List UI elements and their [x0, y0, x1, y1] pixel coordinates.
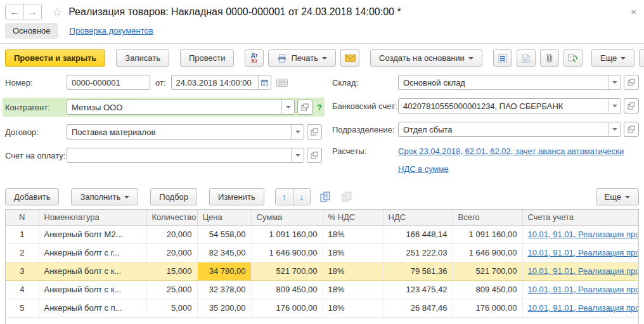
back-button[interactable]: ← [6, 4, 23, 20]
col-header-total[interactable]: Всего [453, 210, 522, 225]
cell-vat_rate[interactable]: 18% [323, 262, 383, 280]
document-button[interactable] [517, 49, 536, 67]
reports-button[interactable] [493, 49, 512, 67]
table-row[interactable]: 3Анкерный болт с к...15,00034 780,00521 … [6, 262, 638, 280]
contractor-input[interactable] [67, 100, 281, 114]
help-button[interactable]: ? [639, 49, 644, 67]
number-input[interactable] [67, 75, 150, 89]
cell-qty[interactable]: 15,000 [146, 262, 197, 280]
cell-price[interactable]: 34 780,00 [197, 262, 251, 280]
cell-total[interactable]: 521 700,00 [453, 262, 522, 280]
date-input[interactable] [172, 75, 258, 89]
cell-total[interactable]: 809 450,00 [453, 280, 522, 299]
contract-dropdown-button[interactable] [291, 125, 304, 139]
department-dropdown-button[interactable] [608, 122, 621, 136]
bank-account-input[interactable] [399, 99, 608, 113]
col-header-quantity[interactable]: Количество [146, 210, 197, 225]
accounts-link[interactable]: 10.01, 91.01, Реализация проч [528, 230, 638, 239]
table-row[interactable]: 4Анкерный болт с к...25,00032 378,00809 … [6, 280, 638, 299]
cell-accounts[interactable]: 10.01, 91.01, Реализация проч [522, 243, 638, 262]
invoice-open-button[interactable] [307, 148, 322, 163]
cell-vat_rate[interactable]: 18% [323, 225, 383, 243]
journal-button[interactable] [276, 79, 288, 87]
cell-name[interactable]: Анкерный болт М2... [39, 225, 146, 243]
favorite-star-icon[interactable]: ☆ [52, 5, 62, 19]
bank-account-open-button[interactable] [624, 98, 639, 113]
move-up-button[interactable]: ↑ [276, 189, 293, 205]
accounts-link[interactable]: 10.01, 91.01, Реализация проч [528, 248, 638, 257]
cell-vat_rate[interactable]: 18% [323, 243, 383, 262]
table-row[interactable]: 2Анкерный болт с г...20,00082 345,001 64… [6, 243, 638, 262]
close-icon[interactable]: × [628, 6, 639, 17]
cell-sum[interactable]: 1 646 900,00 [251, 243, 323, 262]
cell-name[interactable]: Анкерный болт с п... [39, 299, 146, 317]
cell-vat[interactable]: 123 475,42 [383, 280, 453, 299]
move-down-button[interactable]: ↓ [293, 189, 310, 205]
dtkt-button[interactable]: ДтКт [245, 49, 264, 67]
col-header-vat[interactable]: НДС [383, 210, 453, 225]
post-button[interactable]: Провести [180, 49, 235, 67]
write-button[interactable]: Записать [116, 49, 169, 67]
cell-vat[interactable]: 166 448,14 [383, 225, 453, 243]
related-documents-button[interactable] [564, 49, 583, 67]
table-row[interactable]: 1Анкерный болт М2...20,00054 558,001 091… [6, 225, 638, 243]
settlements-terms-link[interactable]: Срок 23.04.2018, 62.01, 62.02, зачет ава… [398, 146, 624, 156]
more-button[interactable]: Еще [591, 49, 634, 67]
table-row[interactable]: 5Анкерный болт с п...5,00035 200,00176 0… [6, 299, 638, 317]
cell-accounts[interactable]: 10.01, 91.01, Реализация проч [522, 225, 638, 243]
cell-qty[interactable]: 25,000 [146, 280, 197, 299]
cell-qty[interactable]: 20,000 [146, 243, 197, 262]
add-row-button[interactable]: Добавить [5, 188, 59, 205]
email-button[interactable] [340, 49, 359, 67]
warehouse-open-button[interactable] [624, 75, 639, 90]
edit-button[interactable]: Изменить [209, 188, 264, 205]
warehouse-input[interactable] [399, 75, 608, 89]
warehouse-dropdown-button[interactable] [608, 75, 621, 89]
bank-account-dropdown-button[interactable] [608, 99, 621, 113]
cell-name[interactable]: Анкерный болт с к... [39, 262, 146, 280]
pick-button[interactable]: Подбор [150, 188, 197, 205]
department-input[interactable] [399, 122, 608, 136]
cell-price[interactable]: 32 378,00 [197, 280, 251, 299]
invoice-input[interactable] [67, 148, 291, 162]
contractor-help-icon[interactable]: ? [317, 103, 322, 112]
fill-button[interactable]: Заполнить [71, 188, 138, 205]
tab-document-check[interactable]: Проверка документов [70, 23, 153, 39]
contract-open-button[interactable] [307, 124, 322, 139]
col-header-nomenclature[interactable]: Номенклатура [39, 210, 146, 225]
cell-price[interactable]: 54 558,00 [197, 225, 251, 243]
cell-vat_rate[interactable]: 18% [323, 280, 383, 299]
contract-input[interactable] [67, 125, 291, 139]
cell-qty[interactable]: 20,000 [146, 225, 197, 243]
cell-total[interactable]: 1 646 900,00 [453, 243, 522, 262]
cell-n[interactable]: 3 [6, 262, 39, 280]
invoice-dropdown-button[interactable] [291, 148, 304, 162]
contractor-dropdown-button[interactable] [281, 100, 294, 114]
print-button[interactable]: Печать [268, 49, 336, 67]
cell-n[interactable]: 2 [6, 243, 39, 262]
cell-price[interactable]: 82 345,00 [197, 243, 251, 262]
contractor-open-button[interactable] [297, 100, 312, 115]
forward-button[interactable]: → [23, 4, 41, 20]
department-open-button[interactable] [624, 122, 639, 137]
cell-sum[interactable]: 176 000,00 [251, 299, 323, 317]
cell-sum[interactable]: 809 450,00 [251, 280, 323, 299]
vat-mode-link[interactable]: НДС в сумме [398, 164, 624, 174]
accounts-link[interactable]: 10.01, 91.01, Реализация проч [528, 303, 638, 313]
cell-name[interactable]: Анкерный болт с г... [39, 243, 146, 262]
cell-total[interactable]: 1 091 160,00 [453, 225, 522, 243]
col-header-n[interactable]: N [6, 210, 39, 225]
cell-name[interactable]: Анкерный болт с к... [39, 280, 146, 299]
cell-sum[interactable]: 1 091 160,00 [251, 225, 323, 243]
cell-sum[interactable]: 521 700,00 [251, 262, 323, 280]
cell-vat[interactable]: 26 847,46 [383, 299, 453, 317]
cell-qty[interactable]: 5,000 [146, 299, 197, 317]
accounts-link[interactable]: 10.01, 91.01, Реализация проч [528, 266, 638, 276]
cell-n[interactable]: 1 [6, 225, 39, 243]
items-more-button[interactable]: Еще [596, 188, 639, 205]
cell-vat[interactable]: 251 222,03 [383, 243, 453, 262]
tab-main[interactable]: Основное [5, 23, 58, 39]
cell-accounts[interactable]: 10.01, 91.01, Реализация проч [522, 280, 638, 299]
cell-n[interactable]: 5 [6, 299, 39, 317]
cell-price[interactable]: 35 200,00 [197, 299, 251, 317]
